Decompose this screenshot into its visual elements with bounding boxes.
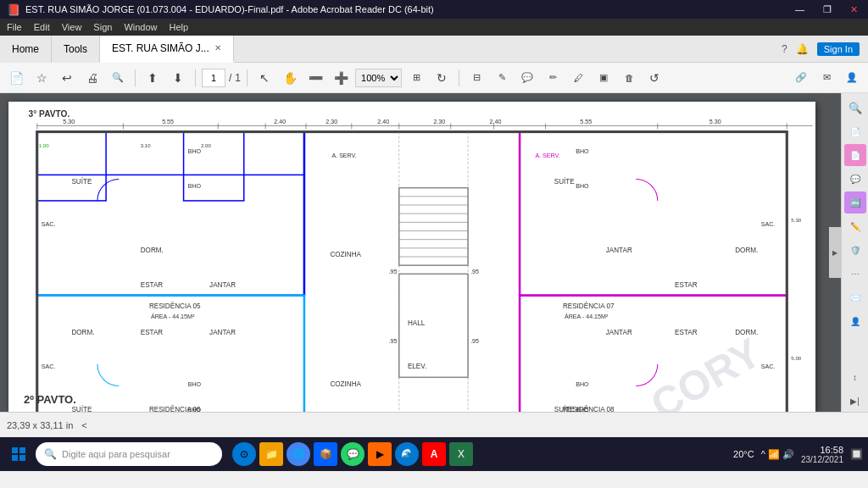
search-bar[interactable]: 🔍 Digite aqui para pesquisar <box>36 442 222 466</box>
taskbar-edge[interactable]: 🌊 <box>395 442 419 466</box>
taskbar-chrome[interactable]: 🌐 <box>287 442 310 466</box>
notification-tray[interactable]: 🔲 <box>850 448 863 460</box>
sign-in-button[interactable]: Sign In <box>817 42 860 56</box>
hand-tool[interactable]: ✋ <box>279 67 301 89</box>
fit-page-button[interactable]: ⊞ <box>405 67 427 89</box>
taskbar-adobe[interactable]: A <box>422 442 446 466</box>
menu-help[interactable]: Help <box>170 22 189 32</box>
bookmark-button[interactable]: ☆ <box>31 67 53 89</box>
system-tray: 20°C ^ 📶 🔊 16:58 23/12/2021 🔲 <box>733 445 863 464</box>
taskbar-excel[interactable]: X <box>449 442 473 466</box>
scroll-left[interactable]: < <box>81 420 86 430</box>
sidebar-more-button[interactable]: ⋯ <box>844 263 866 285</box>
tab-tools[interactable]: Tools <box>52 36 100 63</box>
down-button[interactable]: ⬇ <box>167 67 189 89</box>
svg-text:5.30: 5.30 <box>63 119 75 125</box>
page-indicator: 1 / 1 <box>202 69 241 87</box>
tab-right-actions: ? 🔔 Sign In <box>782 42 868 56</box>
menu-sign[interactable]: Sign <box>93 22 112 32</box>
sidebar-translate-button[interactable]: 🔤 <box>844 191 866 214</box>
sidebar-comment-button[interactable]: 💬 <box>844 168 866 190</box>
sidebar-edit-button[interactable]: ✏️ <box>844 215 866 237</box>
rotate-button[interactable]: ↻ <box>431 67 453 89</box>
zoom-select[interactable]: 100% 75% 125% 150% <box>355 69 402 87</box>
comment-button[interactable]: 💬 <box>516 67 538 89</box>
undo-button[interactable]: ↺ <box>643 67 665 89</box>
email-button[interactable]: ✉ <box>815 67 837 89</box>
svg-text:SUÍTE: SUÍTE <box>554 177 576 186</box>
pdf-viewer[interactable]: 3° PAVTO. 5.30 5.55 2.40 2.30 2.40 2.30 … <box>0 93 841 412</box>
notification-icon[interactable]: 🔔 <box>796 43 809 55</box>
svg-text:5.55: 5.55 <box>162 119 174 125</box>
sidebar-bottom2[interactable]: ▶| <box>844 390 866 412</box>
taskbar-cortana[interactable]: ⊙ <box>232 442 256 466</box>
menu-view[interactable]: View <box>62 22 82 32</box>
taskbar-dropbox[interactable]: 📦 <box>314 442 337 466</box>
menu-window[interactable]: Window <box>124 22 157 32</box>
delete-button[interactable]: 🗑 <box>618 67 640 89</box>
help-icon[interactable]: ? <box>782 43 787 55</box>
svg-text:.95: .95 <box>470 269 479 275</box>
cursor-tool[interactable]: ↖ <box>253 67 275 89</box>
page-total: 1 <box>235 72 241 84</box>
maximize-button[interactable]: ❐ <box>820 4 835 15</box>
svg-text:5.55: 5.55 <box>580 119 592 125</box>
svg-text:COZINHA: COZINHA <box>330 251 361 258</box>
svg-text:SUÍTE: SUÍTE <box>71 177 92 186</box>
pencil-button[interactable]: ✏ <box>542 67 564 89</box>
tab-close-button[interactable]: ✕ <box>214 43 221 53</box>
svg-text:RESIDÊNCIA 08: RESIDÊNCIA 08 <box>563 405 615 412</box>
print-button[interactable]: 🖨 <box>81 67 103 89</box>
title-bar-controls[interactable]: — ❐ ✕ <box>792 4 861 15</box>
svg-text:3.10: 3.10 <box>141 142 151 148</box>
toolbar-sep-3 <box>247 69 248 86</box>
sidebar-email-button[interactable]: ✉️ <box>844 286 866 308</box>
stamp-button[interactable]: ▣ <box>593 67 615 89</box>
taskbar-whatsapp[interactable]: 💬 <box>341 442 364 466</box>
share-button[interactable]: 🔗 <box>790 67 812 89</box>
sidebar-doc1-button[interactable]: 📄 <box>844 120 866 142</box>
menu-edit[interactable]: Edit <box>34 22 50 32</box>
sidebar-shield-button[interactable]: 🛡️ <box>844 239 866 261</box>
sidebar-zoom-button[interactable]: 🔍 <box>844 97 866 119</box>
tools-panel-button[interactable]: ⊟ <box>465 67 487 89</box>
zoom-out-button[interactable]: ➖ <box>304 67 326 89</box>
minimize-button[interactable]: — <box>792 4 808 15</box>
svg-text:5.00: 5.00 <box>791 355 801 361</box>
tab-home[interactable]: Home <box>0 36 52 63</box>
tab-tools-label: Tools <box>64 43 87 55</box>
sidebar-doc2-button[interactable]: 📄 <box>844 144 866 166</box>
svg-text:2.40: 2.40 <box>490 119 502 125</box>
up-button[interactable]: ⬆ <box>142 67 164 89</box>
back-button[interactable]: ↩ <box>56 67 78 89</box>
start-button[interactable] <box>5 441 32 468</box>
svg-text:JANTAR: JANTAR <box>606 247 632 254</box>
svg-text:5.30: 5.30 <box>791 217 801 223</box>
taskbar-app2[interactable]: ▶ <box>368 442 392 466</box>
close-button[interactable]: ✕ <box>847 4 861 15</box>
scroll-indicator[interactable]: ▶ <box>829 227 841 278</box>
highlight-button[interactable]: 🖊 <box>567 67 589 89</box>
tray-icons: ^ 📶 🔊 <box>761 449 794 460</box>
svg-text:SUÍTE: SUÍTE <box>71 405 92 412</box>
sidebar-user-button[interactable]: 👤 <box>844 310 866 332</box>
fill-sign-button[interactable]: ✎ <box>491 67 513 89</box>
sidebar-bottom1[interactable]: ↕ <box>844 366 866 388</box>
page-separator: / <box>229 72 231 84</box>
tab-document[interactable]: EST. RUA SIMÃO J... ✕ <box>100 36 234 63</box>
taskbar-files[interactable]: 📁 <box>259 442 283 466</box>
account-button[interactable]: 👤 <box>841 67 863 89</box>
new-button[interactable]: 📄 <box>5 67 27 89</box>
svg-text:DORM.: DORM. <box>141 247 164 254</box>
svg-text:DORM.: DORM. <box>71 329 94 336</box>
floor-plan-svg: 3° PAVTO. 5.30 5.55 2.40 2.30 2.40 2.30 … <box>8 102 815 412</box>
date: 23/12/2021 <box>801 455 843 464</box>
page-input[interactable]: 1 <box>202 69 225 87</box>
svg-text:HALL: HALL <box>408 319 426 327</box>
svg-text:COZINHA: COZINHA <box>330 380 361 388</box>
menu-file[interactable]: File <box>7 22 22 32</box>
zoom-out-toolbar[interactable]: 🔍 <box>107 67 129 89</box>
zoom-in-button[interactable]: ➕ <box>330 67 352 89</box>
svg-text:2.40: 2.40 <box>377 119 389 125</box>
tab-bar: Home Tools EST. RUA SIMÃO J... ✕ ? 🔔 Sig… <box>0 36 868 63</box>
